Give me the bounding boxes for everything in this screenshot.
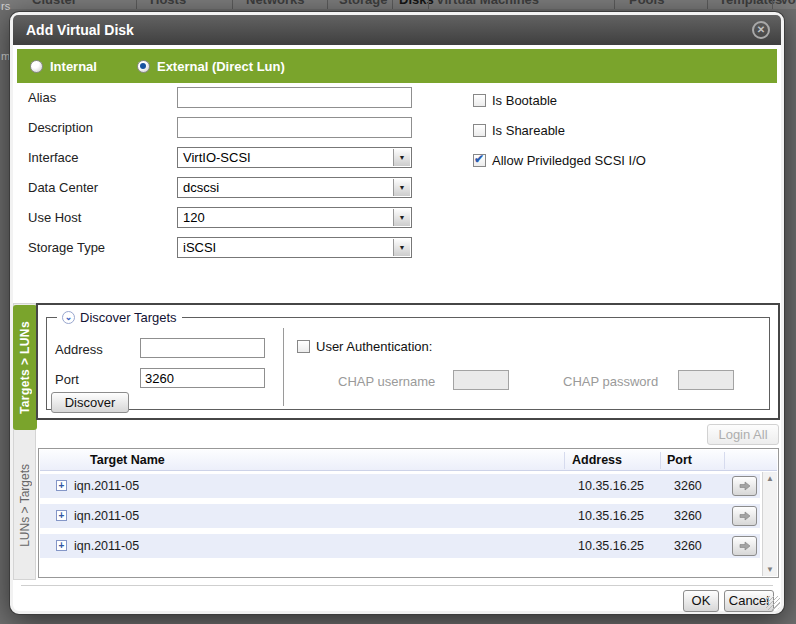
- tab-separator: [232, 0, 233, 9]
- port-input[interactable]: [140, 368, 265, 388]
- interface-label: Interface: [28, 147, 79, 168]
- arrow-right-icon: [739, 481, 751, 491]
- address-cell: 10.35.16.25: [578, 474, 644, 498]
- external-radio-option[interactable]: External (Direct Lun): [137, 59, 285, 74]
- expand-plus-icon[interactable]: +: [56, 540, 67, 551]
- background-tab-strip: Cluster Hosts Networks Storage Disks Vir…: [0, 0, 796, 9]
- storage-type-select-value: iSCSI: [183, 240, 216, 255]
- dropdown-arrow: ▼: [399, 208, 406, 227]
- column-port: Port: [667, 450, 692, 471]
- tab-separator: [428, 0, 429, 9]
- bg-tab-cluster: Cluster: [32, 0, 77, 9]
- tab-separator: [392, 0, 393, 9]
- tab-targets-to-luns-label: Targets > LUNs: [18, 321, 32, 414]
- discover-targets-fieldset: ⌄ Discover Targets Address Port Discover…: [46, 317, 770, 410]
- use-host-label: Use Host: [28, 207, 81, 228]
- expand-plus-icon[interactable]: +: [56, 510, 67, 521]
- table-scrollbar[interactable]: ▲ ▼: [762, 472, 777, 576]
- alias-input[interactable]: [177, 87, 412, 108]
- user-authentication-checkbox[interactable]: [297, 340, 310, 353]
- add-virtual-disk-dialog: Add Virtual Disk ✕ Internal External (Di…: [10, 12, 784, 614]
- internal-radio-option[interactable]: Internal: [30, 59, 97, 74]
- target-name-cell: iqn.2011-05: [74, 534, 139, 558]
- bg-tab-hosts: Hosts: [150, 0, 186, 9]
- arrow-right-icon: [739, 541, 751, 551]
- auth-divider: [283, 328, 284, 406]
- discover-targets-panel: ⌄ Discover Targets Address Port Discover…: [36, 303, 780, 420]
- column-target-name: Target Name: [90, 450, 165, 471]
- use-host-select-value: 120: [183, 210, 205, 225]
- user-authentication-row: User Authentication:: [297, 339, 432, 354]
- header-separator: [660, 452, 661, 469]
- tab-separator: [327, 0, 328, 9]
- chap-username-label: CHAP username: [338, 374, 435, 389]
- target-name-cell: iqn.2011-05: [74, 504, 139, 528]
- login-arrow-button[interactable]: [732, 476, 757, 496]
- chevron-down-icon[interactable]: ▼: [393, 179, 410, 196]
- discover-targets-legend: ⌄ Discover Targets: [57, 309, 182, 326]
- allow-privileged-scsi-label: Allow Priviledged SCSI I/O: [492, 153, 646, 168]
- chap-username-input[interactable]: [453, 370, 509, 390]
- page-title: Add Virtual Disk: [26, 22, 134, 38]
- is-bootable-label: Is Bootable: [492, 93, 557, 108]
- data-center-label: Data Center: [28, 177, 98, 198]
- internal-radio-label: Internal: [50, 59, 97, 74]
- dropdown-arrow: ▼: [399, 178, 406, 197]
- port-cell: 3260: [674, 504, 702, 528]
- chevron-down-icon[interactable]: ▼: [393, 149, 410, 166]
- login-all-button[interactable]: Login All: [707, 424, 779, 445]
- description-input[interactable]: [177, 117, 412, 138]
- allow-privileged-scsi-checkbox[interactable]: ✔: [473, 154, 486, 167]
- data-center-select[interactable]: dcscsi ▼: [177, 177, 412, 198]
- tab-separator: [614, 0, 615, 9]
- tab-separator: [136, 0, 137, 9]
- is-shareable-label: Is Shareable: [492, 123, 565, 138]
- login-arrow-button[interactable]: [732, 506, 757, 526]
- login-arrow-button[interactable]: [732, 536, 757, 556]
- chevron-down-icon[interactable]: ▼: [393, 209, 410, 226]
- bg-tab-pools: Pools: [629, 0, 664, 9]
- address-label: Address: [55, 342, 103, 357]
- data-center-select-value: dcscsi: [183, 180, 219, 195]
- address-cell: 10.35.16.25: [578, 504, 644, 528]
- user-authentication-label: User Authentication:: [316, 339, 432, 354]
- chap-password-label: CHAP password: [563, 374, 658, 389]
- address-input[interactable]: [140, 338, 265, 358]
- bg-tab-storage: Storage: [339, 0, 387, 9]
- scroll-down-icon[interactable]: ▼: [763, 565, 777, 574]
- storage-type-select[interactable]: iSCSI ▼: [177, 237, 412, 258]
- port-cell: 3260: [674, 474, 702, 498]
- port-cell: 3260: [674, 534, 702, 558]
- chevron-down-icon[interactable]: ▼: [393, 239, 410, 256]
- tab-targets-to-luns[interactable]: Targets > LUNs: [13, 305, 37, 430]
- radio-selected-icon[interactable]: [137, 60, 150, 73]
- column-address: Address: [572, 450, 622, 471]
- interface-select[interactable]: VirtIO-SCSI ▼: [177, 147, 412, 168]
- table-row[interactable]: + iqn.2011-05 10.35.16.25 3260: [40, 474, 760, 498]
- is-shareable-checkbox[interactable]: [473, 124, 486, 137]
- bg-tab-networks: Networks: [246, 0, 305, 9]
- header-separator: [564, 452, 565, 469]
- is-shareable-row: Is Shareable: [473, 122, 565, 138]
- tab-luns-to-targets[interactable]: LUNs > Targets: [13, 435, 36, 575]
- bg-tab-volumes: Volumes: [780, 0, 796, 9]
- header-separator: [724, 452, 725, 469]
- description-label: Description: [28, 117, 93, 138]
- close-icon[interactable]: ✕: [752, 21, 770, 39]
- external-radio-label: External (Direct Lun): [157, 59, 285, 74]
- resize-grip[interactable]: [766, 596, 780, 610]
- chap-password-input[interactable]: [678, 370, 734, 390]
- scroll-up-icon[interactable]: ▲: [763, 474, 777, 483]
- table-row[interactable]: + iqn.2011-05 10.35.16.25 3260: [40, 504, 760, 528]
- table-row[interactable]: + iqn.2011-05 10.35.16.25 3260: [40, 534, 760, 558]
- tab-separator: [707, 0, 708, 9]
- ok-button[interactable]: OK: [683, 590, 719, 612]
- discover-button[interactable]: Discover: [51, 392, 129, 413]
- radio-icon[interactable]: [30, 60, 43, 73]
- is-bootable-checkbox[interactable]: [473, 94, 486, 107]
- expand-plus-icon[interactable]: +: [56, 480, 67, 491]
- is-bootable-row: Is Bootable: [473, 92, 557, 108]
- collapse-icon[interactable]: ⌄: [62, 311, 75, 324]
- allow-privileged-scsi-row: ✔ Allow Priviledged SCSI I/O: [473, 152, 646, 168]
- use-host-select[interactable]: 120 ▼: [177, 207, 412, 228]
